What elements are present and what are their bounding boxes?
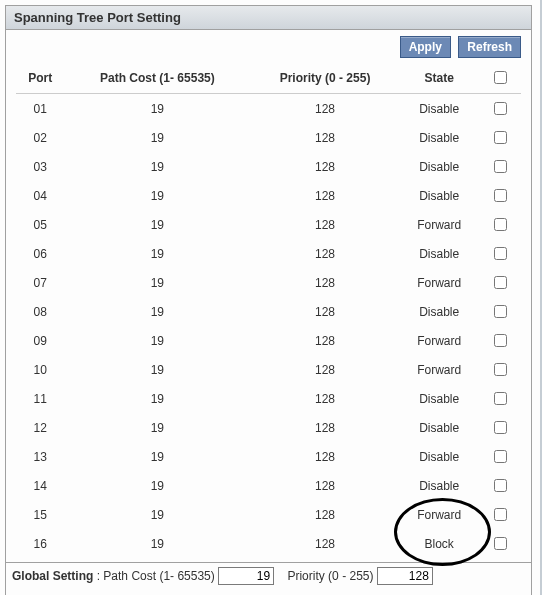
col-port: Port bbox=[16, 62, 64, 94]
cell-priority: 128 bbox=[250, 152, 399, 181]
global-priority-label: Priority (0 - 255) bbox=[287, 569, 373, 583]
cell-checkbox bbox=[479, 297, 521, 326]
table-row: 0319128Disable bbox=[16, 152, 521, 181]
cell-state: Disable bbox=[400, 94, 479, 124]
cell-priority: 128 bbox=[250, 297, 399, 326]
table-row: 0819128Disable bbox=[16, 297, 521, 326]
cell-state: Disable bbox=[400, 442, 479, 471]
table-row: 0219128Disable bbox=[16, 123, 521, 152]
table-row: 0119128Disable bbox=[16, 94, 521, 124]
cell-pathcost: 19 bbox=[64, 268, 250, 297]
row-checkbox[interactable] bbox=[494, 160, 507, 173]
row-checkbox[interactable] bbox=[494, 102, 507, 115]
cell-pathcost: 19 bbox=[64, 355, 250, 384]
cell-pathcost: 19 bbox=[64, 326, 250, 355]
table-row: 1419128Disable bbox=[16, 471, 521, 500]
table-row: 0919128Forward bbox=[16, 326, 521, 355]
cell-port: 12 bbox=[16, 413, 64, 442]
cell-priority: 128 bbox=[250, 94, 399, 124]
cell-checkbox bbox=[479, 94, 521, 124]
row-checkbox[interactable] bbox=[494, 189, 507, 202]
cell-pathcost: 19 bbox=[64, 413, 250, 442]
cell-checkbox bbox=[479, 471, 521, 500]
cell-checkbox bbox=[479, 384, 521, 413]
cell-pathcost: 19 bbox=[64, 384, 250, 413]
cell-checkbox bbox=[479, 181, 521, 210]
apply-button-top[interactable]: Apply bbox=[400, 36, 451, 58]
cell-pathcost: 19 bbox=[64, 210, 250, 239]
cell-checkbox bbox=[479, 529, 521, 558]
cell-pathcost: 19 bbox=[64, 529, 250, 558]
cell-priority: 128 bbox=[250, 384, 399, 413]
cell-port: 02 bbox=[16, 123, 64, 152]
cell-priority: 128 bbox=[250, 442, 399, 471]
cell-checkbox bbox=[479, 268, 521, 297]
table-row: 0519128Forward bbox=[16, 210, 521, 239]
cell-checkbox bbox=[479, 442, 521, 471]
table-row: 1319128Disable bbox=[16, 442, 521, 471]
cell-checkbox bbox=[479, 413, 521, 442]
cell-port: 08 bbox=[16, 297, 64, 326]
row-checkbox[interactable] bbox=[494, 131, 507, 144]
cell-port: 01 bbox=[16, 94, 64, 124]
top-button-row: Apply Refresh bbox=[6, 30, 531, 62]
row-checkbox[interactable] bbox=[494, 421, 507, 434]
cell-port: 11 bbox=[16, 384, 64, 413]
row-checkbox[interactable] bbox=[494, 247, 507, 260]
spanning-tree-panel: Spanning Tree Port Setting Apply Refresh… bbox=[5, 5, 532, 595]
cell-port: 05 bbox=[16, 210, 64, 239]
table-row: 1119128Disable bbox=[16, 384, 521, 413]
cell-checkbox bbox=[479, 326, 521, 355]
port-table: Port Path Cost (1- 65535) Priority (0 - … bbox=[16, 62, 521, 558]
cell-port: 16 bbox=[16, 529, 64, 558]
panel-title: Spanning Tree Port Setting bbox=[6, 6, 531, 30]
cell-port: 07 bbox=[16, 268, 64, 297]
cell-priority: 128 bbox=[250, 355, 399, 384]
cell-priority: 128 bbox=[250, 239, 399, 268]
table-row: 1619128Block bbox=[16, 529, 521, 558]
cell-state: Forward bbox=[400, 268, 479, 297]
col-checkbox bbox=[479, 62, 521, 94]
cell-priority: 128 bbox=[250, 181, 399, 210]
row-checkbox[interactable] bbox=[494, 305, 507, 318]
row-checkbox[interactable] bbox=[494, 363, 507, 376]
col-pathcost: Path Cost (1- 65535) bbox=[64, 62, 250, 94]
cell-port: 13 bbox=[16, 442, 64, 471]
cell-checkbox bbox=[479, 210, 521, 239]
row-checkbox[interactable] bbox=[494, 479, 507, 492]
cell-pathcost: 19 bbox=[64, 239, 250, 268]
cell-state: Forward bbox=[400, 210, 479, 239]
cell-state: Disable bbox=[400, 181, 479, 210]
row-checkbox[interactable] bbox=[494, 537, 507, 550]
cell-port: 10 bbox=[16, 355, 64, 384]
cell-checkbox bbox=[479, 123, 521, 152]
select-all-checkbox[interactable] bbox=[494, 71, 507, 84]
row-checkbox[interactable] bbox=[494, 276, 507, 289]
cell-pathcost: 19 bbox=[64, 123, 250, 152]
col-state: State bbox=[400, 62, 479, 94]
cell-port: 04 bbox=[16, 181, 64, 210]
cell-pathcost: 19 bbox=[64, 500, 250, 529]
cell-priority: 128 bbox=[250, 500, 399, 529]
global-setting-row: Global Setting : Path Cost (1- 65535) Pr… bbox=[6, 562, 531, 589]
row-checkbox[interactable] bbox=[494, 334, 507, 347]
global-priority-input[interactable] bbox=[377, 567, 433, 585]
cell-priority: 128 bbox=[250, 123, 399, 152]
cell-state: Disable bbox=[400, 152, 479, 181]
table-row: 1519128Forward bbox=[16, 500, 521, 529]
cell-port: 03 bbox=[16, 152, 64, 181]
cell-priority: 128 bbox=[250, 210, 399, 239]
cell-state: Forward bbox=[400, 326, 479, 355]
cell-state: Disable bbox=[400, 384, 479, 413]
table-row: 0619128Disable bbox=[16, 239, 521, 268]
cell-priority: 128 bbox=[250, 529, 399, 558]
row-checkbox[interactable] bbox=[494, 218, 507, 231]
cell-port: 06 bbox=[16, 239, 64, 268]
cell-pathcost: 19 bbox=[64, 442, 250, 471]
row-checkbox[interactable] bbox=[494, 508, 507, 521]
row-checkbox[interactable] bbox=[494, 392, 507, 405]
cell-checkbox bbox=[479, 500, 521, 529]
refresh-button-top[interactable]: Refresh bbox=[458, 36, 521, 58]
global-pathcost-input[interactable] bbox=[218, 567, 274, 585]
row-checkbox[interactable] bbox=[494, 450, 507, 463]
